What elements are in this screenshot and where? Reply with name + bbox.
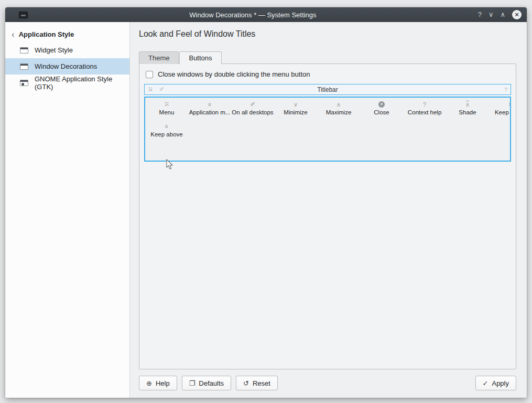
button-label: Keep below [495,109,511,115]
pin-icon: ✐ [250,100,255,109]
system-settings-window: Window Decorations * — System Settings ?… [5,7,527,398]
titlebar-button-keep-above[interactable]: « Keep above [145,122,188,144]
window-titlebar[interactable]: Window Decorations * — System Settings ?… [5,7,527,22]
sidebar-item-gnome-application-style[interactable]: GNOME Application Style (GTK) [5,75,129,91]
help-icon: ⊕ [146,380,152,387]
titlebar-button-on-all-desktops[interactable]: ✐ On all desktops [231,100,274,122]
titlebar-button-menu[interactable]: ⁙ Menu [145,100,188,122]
apply-button[interactable]: ✓ Apply [475,376,516,390]
document-icon: ❐ [189,380,196,387]
double-click-close-option[interactable]: Close windows by double clicking the men… [146,70,511,78]
menu-icon: ⁙ [164,100,169,109]
question-mark-icon: ? [423,100,426,109]
checkbox-unchecked[interactable] [146,71,153,78]
chevron-down-icon: ∨ [294,100,298,109]
system-settings-app-icon [19,12,28,18]
apply-button-label: Apply [492,379,509,387]
window-help-button[interactable]: ? [478,10,482,19]
gtk-style-icon [20,80,28,86]
button-label: Application m... [189,109,231,115]
button-label: Shade [459,109,476,115]
pin-icon: ✐ [159,86,164,93]
button-label: Maximize [326,109,352,115]
window-title: Window Decorations * — System Settings [28,11,478,19]
titlebar-button-close[interactable]: × Close [360,100,403,122]
window-close-button[interactable]: × [512,10,522,19]
titlebar-button-maximize[interactable]: ∧ Maximize [317,100,360,122]
sidebar-item-window-decorations[interactable]: Window Decorations [5,58,129,75]
button-label: Close [374,109,389,115]
window-decorations-icon [20,63,28,70]
titlebar-preview-dropzone[interactable]: ⁙ ✐ Titlebar ? [144,84,511,95]
sidebar-section-title: Application Style [19,30,74,38]
desktop-background: Window Decorations * — System Settings ?… [0,0,532,403]
sidebar: ‹ Application Style Widget Style Window … [5,22,130,398]
shade-icon: ∧ [465,100,470,109]
buttons-row-2: « Keep above [145,122,511,144]
button-label: Context help [408,109,442,115]
checkbox-label: Close windows by double clicking the men… [158,70,310,78]
application-menu-icon: ≡ [208,100,211,109]
titlebar-button-minimize[interactable]: ∨ Minimize [274,100,317,122]
titlebar-preview-label: Titlebar [205,86,450,93]
sidebar-item-widget-style[interactable]: Widget Style [5,42,129,58]
button-label: Minimize [284,109,307,115]
footer-button-bar: ⊕ Help ❐ Defaults ↺ Reset ✓ Apply [139,376,516,390]
sidebar-item-label: Widget Style [35,46,73,54]
defaults-button-label: Defaults [199,379,224,387]
widget-style-icon [20,47,28,54]
undo-icon: ↺ [243,380,249,387]
back-chevron-icon[interactable]: ‹ [12,30,15,39]
tab-theme[interactable]: Theme [139,51,179,64]
chevron-up-icon: ∧ [336,100,341,109]
available-buttons-area[interactable]: ⁙ Menu ≡ Application m... ✐ On all deskt… [144,97,511,162]
help-button[interactable]: ⊕ Help [139,376,177,390]
titlebar-button-context-help[interactable]: ? Context help [403,100,446,122]
double-chevron-up-icon: « [162,124,171,128]
sidebar-item-label: GNOME Application Style (GTK) [35,75,129,91]
tab-buttons[interactable]: Buttons [179,51,221,64]
button-label: Keep above [150,131,182,137]
titlebar-button-keep-below[interactable]: » Keep below [489,100,511,122]
window-minimize-button[interactable]: ∨ [488,10,494,19]
help-button-label: Help [156,379,170,387]
defaults-button[interactable]: ❐ Defaults [182,376,231,390]
main-content: Look and Feel of Window Titles Theme But… [130,22,527,398]
buttons-row-1: ⁙ Menu ≡ Application m... ✐ On all deskt… [145,100,511,122]
sidebar-item-label: Window Decorations [35,62,97,70]
close-icon: × [378,101,385,108]
sidebar-back-header[interactable]: ‹ Application Style [5,26,129,42]
mouse-cursor [166,159,174,171]
checkmark-icon: ✓ [483,380,488,387]
context-help-icon: ? [450,87,507,93]
double-chevron-down-icon: » [506,102,511,106]
button-label: Menu [159,109,175,115]
menu-icon: ⁙ [148,86,153,93]
page-title: Look and Feel of Window Titles [139,29,516,39]
window-maximize-button[interactable]: ∧ [500,10,505,19]
reset-button[interactable]: ↺ Reset [236,376,278,390]
reset-button-label: Reset [253,379,270,387]
tab-bar: Theme Buttons [139,51,516,64]
button-label: On all desktops [232,109,273,115]
titlebar-button-shade[interactable]: ∧ Shade [446,100,489,122]
titlebar-button-application-menu[interactable]: ≡ Application m... [188,100,231,122]
tab-content-frame: Close windows by double clicking the men… [139,63,516,369]
